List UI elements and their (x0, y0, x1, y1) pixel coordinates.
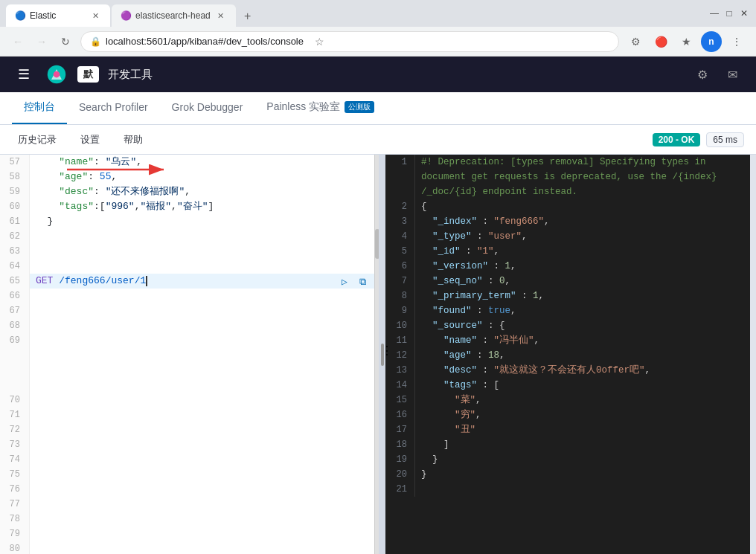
beta-badge: 公测版 (345, 101, 374, 113)
line-content-69 (30, 333, 379, 393)
help-button[interactable]: 帮助 (118, 130, 149, 149)
address-text: localhost:5601/app/kibana#/dev_tools/con… (106, 36, 304, 47)
output-line-2: 2 { (385, 199, 750, 214)
menu-button[interactable]: ⋮ (726, 31, 747, 52)
tab-console[interactable]: 控制台 (12, 91, 67, 124)
elastic-tab-close[interactable]: ✕ (89, 10, 101, 22)
kibana-topnav: ☰ 默 开发工具 ⚙ ✉ (0, 57, 756, 92)
browser-addressbar: ← → ↻ 🔒 localhost:5601/app/kibana#/dev_t… (0, 27, 756, 57)
output-line-11: 11 "name" : "冯半仙", (385, 333, 750, 348)
output-line-1c: /_doc/{id} endpoint instead. (385, 184, 750, 199)
browser-tab-eshead[interactable]: 🟣 elasticsearch-head ✕ (112, 4, 236, 27)
editor-scrollbar[interactable] (374, 155, 379, 554)
output-lc-14: "tags" : [ (415, 378, 750, 393)
output-ln-10: 10 (385, 318, 415, 333)
line-number-66: 66 (0, 289, 30, 303)
kibana-main: 57 "name": "乌云", 58 "age": 55, 59 "desc"… (0, 155, 756, 554)
editor-line-80: 80 (0, 541, 379, 554)
line-number-80: 80 (0, 541, 30, 554)
copy-button[interactable]: ⧉ (355, 275, 370, 290)
tab-search-profiler[interactable]: Search Profiler (67, 91, 160, 124)
line-number-61: 61 (0, 214, 30, 229)
kibana-app: ☰ 默 开发工具 ⚙ ✉ 控制台 Search Profiler Grok De… (0, 57, 756, 554)
minimize-button[interactable]: — (708, 7, 720, 19)
line-content-70 (30, 393, 379, 408)
output-ln-15: 15 (385, 393, 415, 408)
editor-line-57: 57 "name": "乌云", (0, 155, 379, 170)
bookmark-icon[interactable]: ☆ (311, 33, 329, 51)
line-content-77 (30, 497, 379, 512)
red-arrow (60, 155, 171, 184)
window-controls: — □ ✕ (708, 7, 750, 19)
editor-line-72: 72 (0, 422, 379, 437)
address-actions: ☆ (311, 33, 329, 51)
mail-icon[interactable]: ✉ (720, 62, 744, 86)
add-tab-button[interactable]: + (237, 6, 258, 27)
eshead-tab-close[interactable]: ✕ (215, 10, 227, 22)
panel-splitter[interactable]: ⋮ (379, 155, 385, 554)
tab-grok-debugger[interactable]: Grok Debugger (160, 91, 255, 124)
line-content-80 (30, 541, 379, 554)
output-content[interactable]: 1 #! Deprecation: [types removal] Specif… (385, 155, 750, 554)
right-sidebar (750, 155, 756, 554)
output-lc-21 (415, 482, 750, 497)
editor-line-65[interactable]: 65 GET /feng666/user/1 ▷ ⧉ (0, 274, 379, 289)
browser-extra-icons: ⚙ 🔴 ★ n ⋮ (625, 31, 747, 52)
line-number-67: 67 (0, 303, 30, 318)
output-lc-7: "_seq_no" : 0, (415, 274, 750, 289)
output-line-15: 15 "菜", (385, 393, 750, 408)
output-lc-18: ] (415, 437, 750, 452)
forward-button[interactable]: → (33, 33, 51, 51)
app-badge: 默 (77, 66, 99, 83)
output-ln-5: 5 (385, 244, 415, 259)
line-content-72 (30, 422, 379, 437)
browser-tabs: 🔵 Elastic ✕ 🟣 elasticsearch-head ✕ + (6, 0, 696, 27)
output-lc-20: } (415, 467, 750, 482)
output-ln-4: 4 (385, 229, 415, 244)
output-ln-20: 20 (385, 467, 415, 482)
back-button[interactable]: ← (9, 33, 27, 51)
output-ln-9: 9 (385, 303, 415, 318)
output-lc-11: "name" : "冯半仙", (415, 333, 750, 348)
editor-line-77: 77 (0, 497, 379, 512)
output-line-9: 9 "found" : true, (385, 303, 750, 318)
run-button[interactable]: ▷ (337, 275, 352, 290)
tab-painless[interactable]: Painless 实验室 公测版 (254, 91, 386, 124)
editor-line-67: 67 (0, 303, 379, 318)
output-line-20: 20 } (385, 467, 750, 482)
line-number-71: 71 (0, 408, 30, 422)
history-button[interactable]: 历史记录 (12, 130, 63, 149)
splitter-handle: ⋮ (381, 344, 384, 366)
star-ext-icon[interactable]: ★ (676, 31, 696, 52)
line-content-64 (30, 259, 379, 274)
line-content-63 (30, 244, 379, 259)
editor-line-64: 64 (0, 259, 379, 274)
close-button[interactable]: ✕ (738, 7, 750, 19)
line-number-72: 72 (0, 422, 30, 437)
editor-line-62: 62 (0, 229, 379, 244)
editor-content[interactable]: 57 "name": "乌云", 58 "age": 55, 59 "desc"… (0, 155, 379, 554)
output-line-16: 16 "穷", (385, 408, 750, 422)
output-ln-13: 13 (385, 363, 415, 378)
settings-button[interactable]: 设置 (74, 130, 106, 149)
line-number-59: 59 (0, 184, 30, 199)
extensions-icon[interactable]: ⚙ (625, 31, 646, 52)
reload-button[interactable]: ↻ (57, 33, 74, 51)
kibana-menu-button[interactable]: ☰ (12, 62, 36, 86)
elastic-ext-icon[interactable]: 🔴 (650, 31, 671, 52)
output-ln-1: 1 (385, 155, 415, 170)
output-lc-16: "穷", (415, 408, 750, 422)
maximize-button[interactable]: □ (723, 7, 735, 19)
browser-tab-elastic[interactable]: 🔵 Elastic ✕ (6, 4, 110, 27)
line-content-66 (30, 289, 379, 303)
output-lc-9: "found" : true, (415, 303, 750, 318)
kibana-toolbar: 历史记录 设置 帮助 200 - OK 65 ms (0, 125, 756, 155)
output-ln-6: 6 (385, 259, 415, 274)
line-content-67 (30, 303, 379, 318)
editor-line-60: 60 "tags":["996","福报","奋斗"] (0, 199, 379, 214)
output-line-12: 12 "age" : 18, (385, 348, 750, 363)
profile-button[interactable]: n (701, 31, 722, 52)
settings-icon[interactable]: ⚙ (691, 62, 714, 86)
address-bar[interactable]: 🔒 localhost:5601/app/kibana#/dev_tools/c… (80, 31, 619, 52)
output-line-21: 21 (385, 482, 750, 497)
